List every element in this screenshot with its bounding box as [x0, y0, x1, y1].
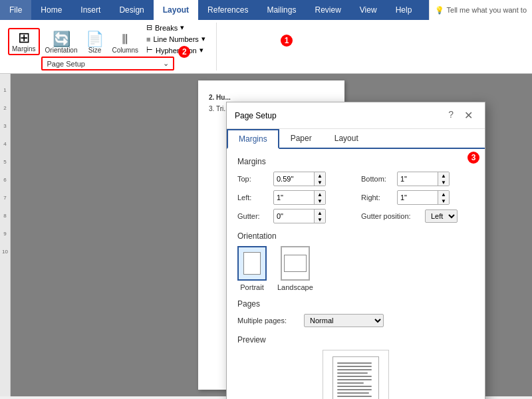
bottom-spin-down[interactable]: ▼ [438, 179, 449, 186]
right-input[interactable] [398, 192, 438, 203]
page-setup-label: Page Setup [47, 60, 85, 68]
ribbon-content: ⊞ Margins 🔄 Orientation 📄 Size ⫴ Columns [0, 20, 532, 74]
help-button[interactable]: ? [444, 108, 458, 123]
left-spin-down[interactable]: ▼ [315, 198, 325, 204]
pages-section-label: Pages [237, 299, 474, 309]
tab-design[interactable]: Design [110, 0, 153, 20]
close-button[interactable]: ✕ [460, 108, 477, 123]
tab-paper[interactable]: Paper [279, 129, 323, 148]
top-label: Top: [237, 175, 269, 183]
top-spin-down[interactable]: ▼ [315, 179, 325, 186]
tab-view[interactable]: View [350, 0, 386, 20]
gutter-spin-down[interactable]: ▼ [315, 216, 325, 223]
tab-references[interactable]: References [198, 0, 257, 20]
portrait-option[interactable]: Portrait [237, 246, 267, 291]
bottom-spinner[interactable]: ▲ ▼ [438, 172, 449, 186]
margins-icon: ⊞ [18, 31, 30, 45]
orientation-icon: 🔄 [53, 32, 70, 47]
bottom-row: Bottom: ▲ ▼ [361, 172, 474, 186]
gutter-pos-select[interactable]: Left Top [425, 209, 458, 223]
bottom-spin-up[interactable]: ▲ [438, 172, 449, 179]
preview-line [337, 376, 372, 377]
bottom-input[interactable] [398, 174, 438, 184]
gutter-row: Gutter: ▲ ▼ [237, 209, 350, 223]
top-spin-up[interactable]: ▲ [315, 172, 325, 179]
landscape-option[interactable]: Landscape [277, 246, 313, 291]
annotation-1: 1 [281, 35, 293, 47]
ribbon-tabs: File Home Insert Design Layout Reference… [0, 0, 532, 20]
preview-box [323, 350, 389, 399]
left-row: Left: ▲ ▼ [237, 190, 350, 205]
preview-label: Preview [237, 335, 474, 344]
gutter-spinner[interactable]: ▲ ▼ [314, 209, 325, 223]
right-label: Right: [361, 194, 393, 201]
ribbon-small-group: ⊟ Breaks ▾ ≡ Line Numbers ▾ ⊢ Hyphenatio… [144, 23, 208, 55]
pages-section: Pages Multiple pages: Normal Mirror marg… [237, 299, 474, 327]
tab-help[interactable]: Help [386, 0, 422, 20]
left-input[interactable] [274, 192, 314, 203]
preview-line [337, 366, 372, 367]
bottom-label: Bottom: [361, 175, 393, 183]
top-row: Top: ▲ ▼ [237, 172, 350, 186]
gutter-spin-up[interactable]: ▲ [315, 209, 325, 216]
preview-line [337, 372, 368, 374]
tab-file[interactable]: File [0, 0, 31, 20]
left-spinner[interactable]: ▲ ▼ [314, 191, 325, 204]
preview-line [337, 362, 372, 364]
portrait-icon-box [237, 246, 267, 281]
tab-margins[interactable]: Margins [227, 129, 279, 149]
breaks-button[interactable]: ⊟ Breaks ▾ [144, 23, 208, 33]
multiple-pages-select[interactable]: Normal Mirror margins 2 pages per sheet … [304, 314, 384, 327]
left-spin-up[interactable]: ▲ [315, 191, 325, 198]
right-input-group[interactable]: ▲ ▼ [397, 190, 450, 205]
gutter-pos-label: Gutter position: [361, 212, 421, 220]
annotation-2: 2 [178, 46, 190, 58]
left-input-group[interactable]: ▲ ▼ [273, 190, 326, 205]
tab-layout[interactable]: Layout [323, 129, 370, 148]
preview-line [337, 379, 372, 380]
landscape-page [284, 255, 307, 272]
columns-button[interactable]: ⫴ Columns [110, 31, 141, 55]
tab-home[interactable]: Home [31, 0, 71, 20]
line-numbers-icon: ≡ [146, 35, 150, 43]
columns-label: Columns [112, 47, 138, 54]
tab-mailings[interactable]: Mailings [257, 0, 305, 20]
gutter-input[interactable] [274, 211, 314, 221]
tab-review[interactable]: Review [305, 0, 350, 20]
page-setup-dialog: Page Setup ? ✕ Margins Paper Layout Marg… [226, 102, 485, 399]
line-numbers-label: Line Numbers [153, 35, 198, 43]
page-setup-arrow: ⌄ [163, 59, 169, 68]
tell-me-bar[interactable]: 💡 Tell me what you want to [429, 0, 532, 20]
right-spinner[interactable]: ▲ ▼ [438, 191, 449, 204]
hyphenation-icon: ⊢ [146, 46, 153, 55]
preview-line [337, 389, 372, 390]
margins-section-label: Margins 3 [237, 157, 474, 166]
right-spin-up[interactable]: ▲ [438, 191, 449, 198]
bottom-input-group[interactable]: ▲ ▼ [397, 172, 450, 186]
gutter-input-group[interactable]: ▲ ▼ [273, 209, 326, 223]
page-setup-group: ⊞ Margins 🔄 Orientation 📄 Size ⫴ Columns [5, 23, 217, 70]
right-spin-down[interactable]: ▼ [438, 198, 449, 204]
pages-row: Multiple pages: Normal Mirror margins 2 … [237, 314, 474, 327]
size-icon: 📄 [86, 32, 104, 47]
orientation-button[interactable]: 🔄 Orientation [43, 31, 80, 55]
line-numbers-button[interactable]: ≡ Line Numbers ▾ [144, 34, 208, 44]
preview-section: Preview [237, 335, 474, 399]
dialog-tabs: Margins Paper Layout [227, 129, 485, 149]
size-button[interactable]: 📄 Size [83, 31, 107, 55]
hyphenation-button[interactable]: ⊢ Hyphenation ▾ [144, 45, 208, 55]
top-spinner[interactable]: ▲ ▼ [314, 172, 325, 186]
portrait-label: Portrait [240, 283, 263, 291]
tab-layout[interactable]: Layout [154, 0, 198, 20]
tab-insert[interactable]: Insert [71, 0, 110, 20]
top-input-group[interactable]: ▲ ▼ [273, 172, 326, 186]
breaks-icon: ⊟ [146, 23, 152, 32]
gutter-label: Gutter: [237, 212, 269, 220]
annotation-3: 3 [467, 152, 479, 164]
dialog-title: Page Setup [235, 111, 277, 120]
side-ruler: 12345 678910 [0, 74, 11, 396]
breaks-label: Breaks [155, 24, 178, 32]
margins-button[interactable]: ⊞ Margins [8, 28, 40, 55]
page-setup-bar[interactable]: Page Setup ⌄ [41, 57, 174, 70]
top-input[interactable] [274, 174, 314, 184]
